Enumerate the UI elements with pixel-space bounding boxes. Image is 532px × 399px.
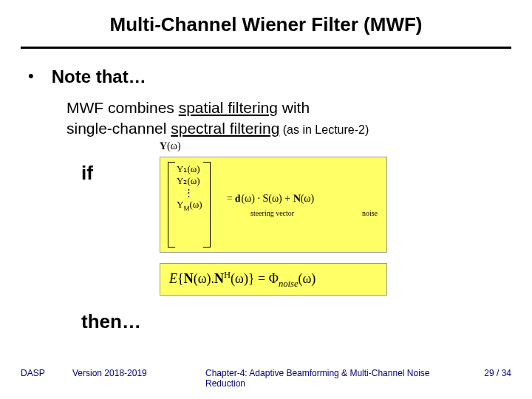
bullet-row: • Note that…	[27, 66, 505, 87]
equation-1: Y₁(ω) Y₂(ω) ⋮ YM(ω) = 𝐝(ω) · S(ω) + 𝐍(ω)…	[160, 157, 387, 253]
equation-2: E{N(ω).NH(ω)} = Φnoise(ω)	[160, 263, 387, 296]
text: single-channel	[66, 120, 171, 137]
slide: Multi-Channel Wiener Filter (MWF) • Note…	[0, 0, 532, 399]
equation-block: 𝐘(ω) Y₁(ω) Y₂(ω) ⋮ YM(ω) = 𝐝(ω) · S(ω) +…	[160, 157, 387, 296]
paragraph-line-1: MWF combines spatial filtering with	[66, 98, 505, 118]
vec-dots: ⋮	[177, 187, 202, 199]
footer-left: DASP	[21, 368, 72, 378]
footer-version: Version 2018-2019	[72, 368, 183, 378]
vector-column: Y₁(ω) Y₂(ω) ⋮ YM(ω)	[177, 163, 202, 214]
bullet-text: Note that…	[52, 66, 146, 87]
text-small: (as in Lecture-2)	[279, 123, 369, 136]
text: MWF combines	[66, 99, 179, 116]
steering-label: steering vector	[250, 209, 294, 217]
vec-entry: Y₁(ω)	[177, 163, 202, 175]
noise-label: noise	[362, 209, 378, 217]
eq2-text: E{N(ω).NH(ω)} = Φnoise(ω)	[169, 271, 316, 286]
footer-page: 29 / 34	[467, 368, 511, 378]
paragraph-line-2: single-channel spectral filtering (as in…	[66, 118, 505, 139]
bracket-left	[168, 162, 175, 248]
vec-entry: Y₂(ω)	[177, 175, 202, 187]
text: with	[278, 99, 310, 116]
slide-title: Multi-Channel Wiener Filter (MWF)	[0, 0, 532, 44]
keyword-then: then…	[81, 310, 505, 333]
vector-head: 𝐘(ω)	[160, 140, 181, 152]
bracket-right	[203, 162, 211, 248]
footer: DASP Version 2018-2019 Chapter-4: Adapti…	[0, 368, 532, 389]
vec-entry: YM(ω)	[177, 199, 202, 213]
slide-body: • Note that… MWF combines spatial filter…	[0, 49, 532, 333]
equation-rhs: = 𝐝(ω) · S(ω) + 𝐍(ω)	[227, 193, 314, 205]
footer-chapter: Chapter-4: Adaptive Beamforming & Multi-…	[183, 368, 467, 389]
underlined: spectral filtering	[171, 120, 279, 137]
bullet-marker: •	[27, 66, 34, 86]
underlined: spatial filtering	[179, 99, 278, 116]
